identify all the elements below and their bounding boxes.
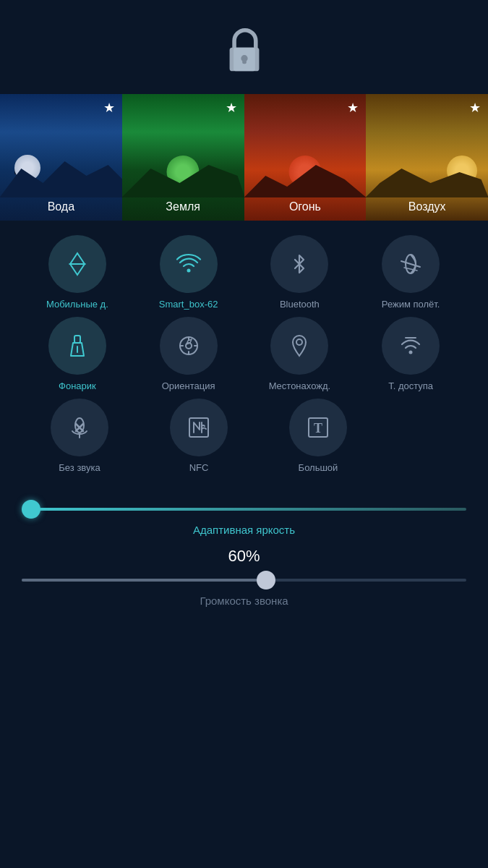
mobile-data-icon xyxy=(64,250,91,278)
theme-earth[interactable]: ★ Земля xyxy=(122,94,244,221)
wifi-label: Smart_box-62 xyxy=(159,299,218,310)
volume-thumb[interactable] xyxy=(257,571,275,590)
lock-icon xyxy=(223,27,266,75)
setting-hotspot[interactable]: Т. доступа xyxy=(360,317,461,391)
svg-point-10 xyxy=(187,269,190,273)
setting-flashlight[interactable]: Фонарик xyxy=(27,317,128,391)
flashlight-icon xyxy=(64,332,91,359)
location-icon xyxy=(286,332,313,359)
theme-fire-star: ★ xyxy=(347,100,359,116)
settings-row-3: Без звука NFC T Бо xyxy=(22,399,466,473)
theme-fire[interactable]: ★ Огонь xyxy=(244,94,367,221)
airplane-circle xyxy=(382,235,440,293)
brightness-track xyxy=(22,508,466,511)
ringtone-label: Громкость звонка xyxy=(22,595,466,607)
brightness-area: Адаптивная яркость 60% Громкость звонка xyxy=(0,488,488,607)
theme-water-label: Вода xyxy=(0,200,122,213)
wifi-circle xyxy=(160,235,218,293)
orientation-icon xyxy=(175,332,202,359)
orientation-label: Ориентация xyxy=(162,380,215,391)
hotspot-label: Т. доступа xyxy=(388,380,433,391)
bluetooth-label: Bluetooth xyxy=(280,299,320,310)
setting-mobile-data[interactable]: Мобильные д. xyxy=(27,235,128,310)
mute-icon xyxy=(66,414,93,441)
mute-label: Без звука xyxy=(59,462,100,473)
theme-air-star: ★ xyxy=(469,100,481,116)
setting-wifi[interactable]: Smart_box-62 xyxy=(138,235,239,310)
volume-slider-container[interactable] xyxy=(22,569,466,591)
flashlight-circle xyxy=(48,317,106,375)
theme-fire-label: Огонь xyxy=(244,200,367,213)
setting-location[interactable]: Местонахожд. xyxy=(249,317,350,391)
orientation-circle xyxy=(160,317,218,375)
mobile-data-label: Мобильные д. xyxy=(46,299,108,310)
volume-percent: 60% xyxy=(22,547,466,566)
adaptive-brightness-label: Адаптивная яркость xyxy=(22,524,466,536)
fire-mountains xyxy=(244,161,367,197)
theme-water[interactable]: ★ Вода xyxy=(0,94,122,221)
airplane-label: Режим полёт. xyxy=(382,299,440,310)
svg-point-16 xyxy=(296,339,302,345)
theme-air[interactable]: ★ Воздух xyxy=(366,94,488,221)
settings-row-2: Фонарик Ориентация Местонахо xyxy=(22,317,466,391)
hotspot-icon xyxy=(397,332,424,359)
setting-bluetooth[interactable]: Bluetooth xyxy=(249,235,350,310)
svg-rect-12 xyxy=(74,336,80,343)
air-mountains xyxy=(366,161,488,197)
location-label: Местонахожд. xyxy=(269,380,330,391)
theme-water-star: ★ xyxy=(103,100,115,116)
bluetooth-circle xyxy=(270,235,328,293)
themes-row: ★ Вода ★ Земля ★ Огонь ★ Воздух xyxy=(0,94,488,221)
brightness-thumb[interactable] xyxy=(22,500,40,519)
mute-circle xyxy=(51,399,108,456)
svg-text:T: T xyxy=(314,421,322,435)
volume-track-filled xyxy=(22,579,266,582)
settings-row-1: Мобильные д. Smart_box-62 Bluetooth xyxy=(22,235,466,310)
setting-nfc[interactable]: NFC xyxy=(148,399,249,473)
quick-settings: Мобильные д. Smart_box-62 Bluetooth xyxy=(0,221,488,488)
setting-airplane[interactable]: Режим полёт. xyxy=(360,235,461,310)
bigfont-circle: T xyxy=(289,399,347,456)
setting-orientation[interactable]: Ориентация xyxy=(138,317,239,391)
wifi-icon xyxy=(175,250,202,278)
setting-mute[interactable]: Без звука xyxy=(29,399,130,473)
setting-bigfont[interactable]: T Большой xyxy=(267,399,369,473)
lock-area xyxy=(0,0,488,94)
hotspot-circle xyxy=(382,317,440,375)
bigfont-icon: T xyxy=(304,414,332,441)
nfc-icon xyxy=(185,414,213,441)
svg-marker-8 xyxy=(70,253,85,264)
location-circle xyxy=(270,317,328,375)
theme-earth-label: Земля xyxy=(122,200,244,213)
flashlight-label: Фонарик xyxy=(59,380,96,391)
theme-air-label: Воздух xyxy=(366,200,488,213)
svg-point-17 xyxy=(409,351,413,354)
airplane-icon xyxy=(397,250,424,278)
mobile-data-circle xyxy=(48,235,106,293)
nfc-label: NFC xyxy=(189,462,209,473)
brightness-slider-container[interactable] xyxy=(22,498,466,520)
svg-rect-3 xyxy=(242,58,247,63)
bigfont-label: Большой xyxy=(299,462,338,473)
nfc-circle xyxy=(170,399,228,456)
earth-mountains xyxy=(122,161,244,197)
water-mountains xyxy=(0,158,122,197)
bluetooth-icon xyxy=(286,250,313,278)
theme-earth-star: ★ xyxy=(226,100,237,116)
svg-marker-9 xyxy=(70,264,85,275)
